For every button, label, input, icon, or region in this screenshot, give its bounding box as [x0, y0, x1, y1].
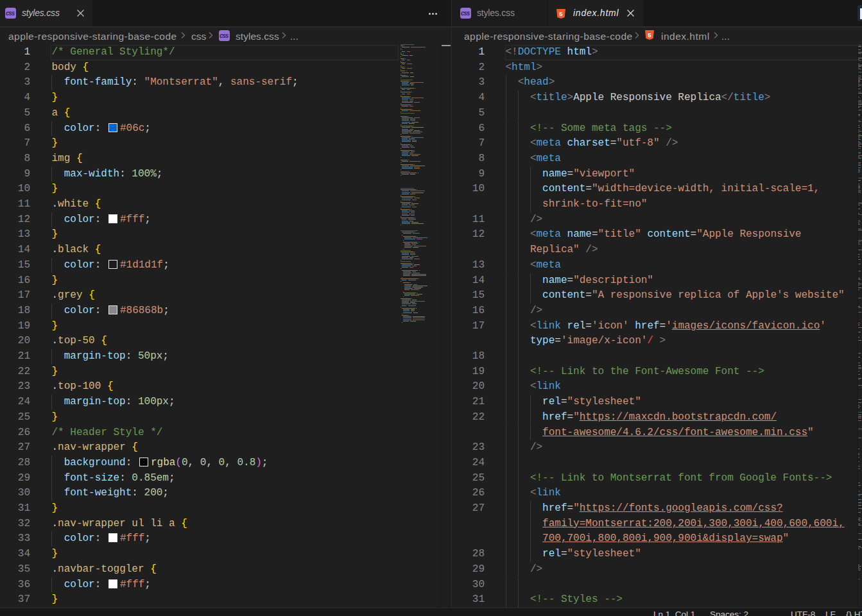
- svg-text:5: 5: [648, 31, 651, 38]
- svg-text:5: 5: [559, 10, 563, 17]
